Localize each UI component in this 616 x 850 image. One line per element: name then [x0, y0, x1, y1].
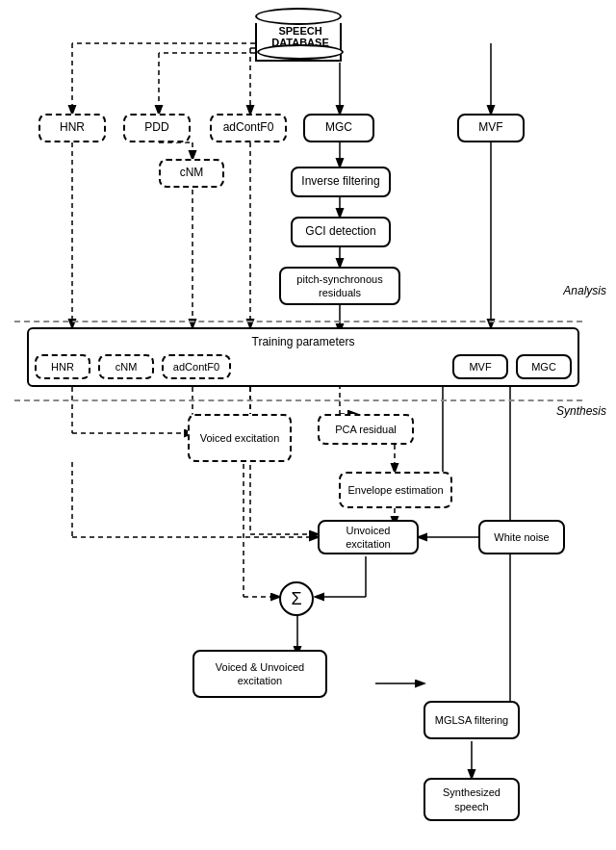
adcontf0-training-box: adContF0 [162, 354, 231, 379]
training-items: HNR cNM adContF0 MVF MGC [35, 354, 572, 379]
divider-analysis-training [14, 321, 582, 322]
inverse-filtering-box: Inverse filtering [291, 167, 391, 197]
cnm-analysis-box: cNM [159, 159, 224, 188]
envelope-estimation-box: Envelope estimation [339, 472, 452, 508]
pca-residual-box: PCA residual [318, 414, 414, 445]
gci-detection-box: GCI detection [291, 217, 391, 247]
mglsa-filtering-box: MGLSA filtering [424, 701, 520, 739]
speech-database: SPEECHDATABASE [255, 8, 342, 64]
adcontf0-analysis-box: adContF0 [210, 114, 287, 142]
db-body: SPEECHDATABASE [255, 23, 342, 62]
main-diagram: SPEECHDATABASE HNR PDD adContF0 MGC MVF … [0, 0, 616, 850]
synthesis-label: Synthesis [556, 404, 606, 418]
training-label: Training parameters [35, 335, 572, 348]
cnm-training-box: cNM [98, 354, 154, 379]
voiced-unvoiced-excitation-box: Voiced & Unvoiced excitation [192, 650, 327, 698]
sigma-box: Σ [279, 581, 314, 616]
mvf-analysis-box: MVF [457, 114, 525, 142]
synthesized-speech-box: Synthesized speech [424, 778, 520, 821]
db-top [255, 8, 342, 25]
white-noise-box: White noise [478, 520, 565, 554]
training-parameters-box: Training parameters HNR cNM adContF0 MVF… [27, 327, 579, 387]
db-label: SPEECHDATABASE [257, 25, 344, 48]
hnr-analysis-box: HNR [38, 114, 106, 142]
mgc-analysis-box: MGC [303, 114, 374, 142]
mgc-training-box: MGC [516, 354, 572, 379]
analysis-label: Analysis [563, 284, 606, 297]
pdd-box: PDD [123, 114, 191, 142]
hnr-training-box: HNR [35, 354, 90, 379]
mvf-training-box: MVF [452, 354, 508, 379]
pitch-sync-residuals-box: pitch-synchronous residuals [279, 267, 400, 305]
unvoiced-excitation-box: Unvoiced excitation [318, 520, 419, 554]
voiced-excitation-box: Voiced excitation [188, 414, 292, 462]
divider-training-synthesis [14, 399, 582, 401]
